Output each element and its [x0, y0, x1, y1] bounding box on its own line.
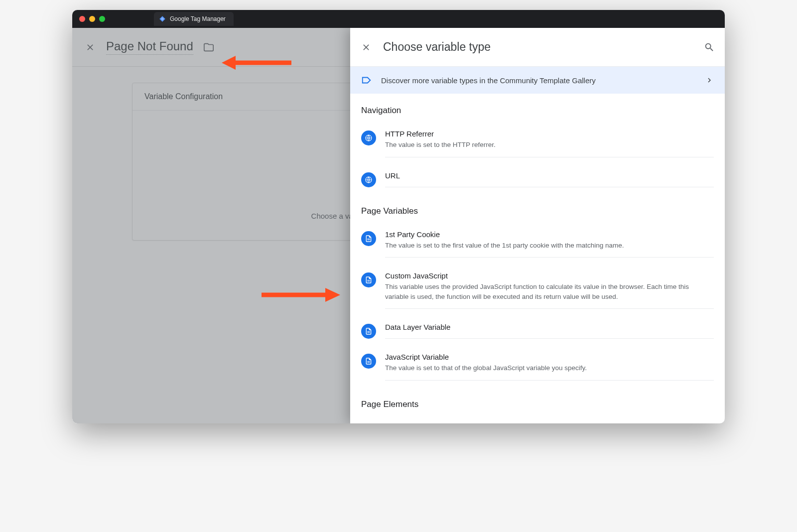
variable-type-name: Data Layer Variable [385, 323, 714, 331]
variable-type-name: Custom JavaScript [385, 271, 714, 280]
variable-type-name: URL [385, 171, 714, 180]
search-button[interactable] [704, 42, 715, 53]
variable-type-body: 1st Party CookieThe value is set to the … [385, 230, 714, 258]
svg-rect-13 [367, 362, 370, 363]
variable-type-desc: The value is set to the first value of t… [385, 241, 714, 251]
panel-scroll[interactable]: NavigationHTTP ReferrerThe value is set … [350, 94, 725, 423]
browser-window: Google Tag Manager Page Not Found Variab… [72, 10, 725, 423]
svg-rect-7 [367, 240, 370, 240]
section-title: Page Elements [350, 388, 725, 416]
window-controls [79, 16, 105, 22]
maximize-window-button[interactable] [99, 16, 105, 22]
svg-rect-9 [367, 281, 370, 281]
variable-type-body: HTTP ReferrerThe value is set to the HTT… [385, 130, 714, 157]
section-title: Page Variables [350, 194, 725, 223]
variable-type-panel: Choose variable type Discover more varia… [350, 28, 725, 423]
tag-icon [361, 75, 372, 86]
svg-rect-6 [367, 239, 370, 239]
variable-type-body: JavaScript VariableThe value is set to t… [385, 353, 714, 381]
browser-tab[interactable]: Google Tag Manager [154, 12, 234, 26]
svg-rect-8 [367, 280, 370, 280]
variable-type-desc: This variable uses the provided JavaScri… [385, 282, 714, 301]
document-icon [361, 272, 376, 287]
variable-type-name: JavaScript Variable [385, 353, 714, 361]
search-icon [704, 42, 715, 53]
close-window-button[interactable] [79, 16, 85, 22]
section-title: Navigation [350, 94, 725, 123]
variable-type-body: URL [385, 171, 714, 187]
tab-title: Google Tag Manager [170, 15, 226, 22]
variable-type-body: Custom JavaScriptThis variable uses the … [385, 271, 714, 309]
svg-rect-10 [367, 331, 370, 332]
minimize-window-button[interactable] [89, 16, 95, 22]
app-viewport: Page Not Found Variable Configuration Ch… [72, 28, 725, 423]
variable-type-option[interactable]: Data Layer Variable [350, 316, 725, 346]
variable-type-desc: The value is set to that of the global J… [385, 363, 714, 373]
variable-type-option[interactable]: JavaScript VariableThe value is set to t… [350, 346, 725, 388]
titlebar: Google Tag Manager [72, 10, 725, 28]
gtm-icon [159, 15, 166, 22]
banner-text: Discover more variable types in the Comm… [381, 76, 696, 85]
document-icon [361, 354, 376, 369]
variable-type-name: 1st Party Cookie [385, 230, 714, 239]
svg-rect-11 [367, 332, 370, 333]
variable-type-desc: The value is set to the HTTP referrer. [385, 140, 714, 150]
close-icon [361, 42, 371, 52]
chevron-right-icon [705, 76, 714, 85]
globe-icon [361, 172, 376, 187]
variable-type-option[interactable]: 1st Party CookieThe value is set to the … [350, 223, 725, 265]
community-gallery-banner[interactable]: Discover more variable types in the Comm… [350, 67, 725, 94]
variable-type-option[interactable]: URL [350, 164, 725, 194]
close-panel-button[interactable] [360, 41, 372, 53]
document-icon [361, 231, 376, 246]
variable-type-option[interactable]: HTTP ReferrerThe value is set to the HTT… [350, 123, 725, 164]
variable-type-body: Data Layer Variable [385, 323, 714, 339]
variable-type-name: HTTP Referrer [385, 130, 714, 138]
variable-type-option[interactable]: Custom JavaScriptThis variable uses the … [350, 265, 725, 316]
panel-title: Choose variable type [383, 40, 693, 54]
panel-header: Choose variable type [350, 28, 725, 67]
document-icon [361, 324, 376, 339]
svg-rect-12 [367, 361, 370, 362]
globe-icon [361, 131, 376, 145]
